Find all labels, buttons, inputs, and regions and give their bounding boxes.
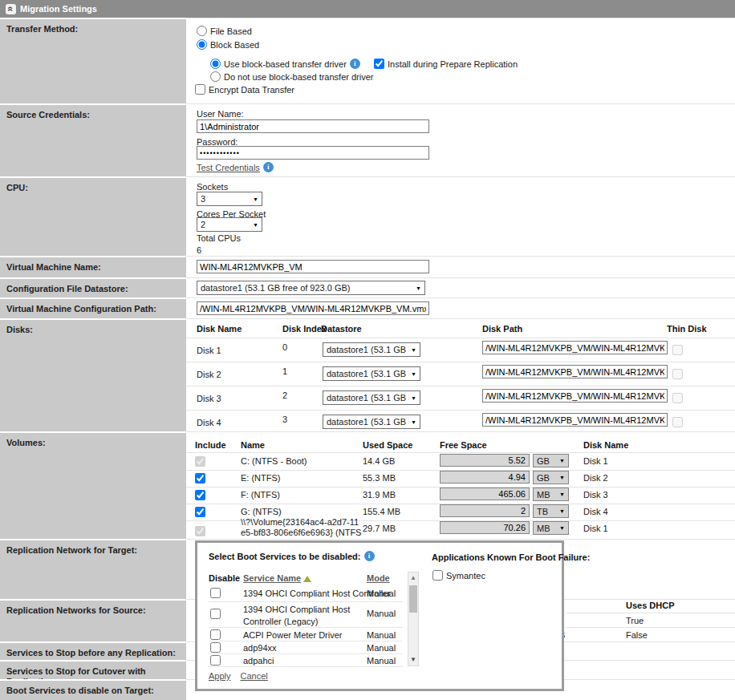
scrollbar-thumb[interactable]: [409, 585, 417, 613]
repl-network-target-label: Replication Network for Target:: [0, 539, 186, 599]
chevron-down-icon: ▼: [253, 196, 258, 202]
services-cutover-label: Services to Stop for Cutover with Replic…: [0, 660, 186, 679]
disk-name: Disk 2: [197, 370, 221, 379]
include-checkbox[interactable]: [195, 507, 205, 517]
disable-service-checkbox[interactable]: [210, 588, 221, 598]
disable-service-checkbox[interactable]: [210, 655, 221, 666]
block-based-radio[interactable]: [197, 39, 207, 50]
config-datastore-select[interactable]: datastore1 (53.1 GB free of 923.0 GB)▼: [197, 281, 425, 295]
chevron-down-icon: ▼: [559, 525, 565, 531]
use-driver-radio[interactable]: [210, 59, 221, 69]
bg-uses-dhcp-header: Uses DHCP: [626, 601, 675, 610]
volume-used: 14.4 GB: [363, 456, 395, 466]
disk-index: 2: [282, 390, 287, 400]
volumes-header-disk: Disk Name: [583, 440, 628, 450]
sockets-select[interactable]: 3▼: [197, 192, 262, 206]
use-driver-label: Use block-based transfer driver: [224, 59, 347, 69]
include-checkbox[interactable]: [195, 473, 205, 484]
free-space-input[interactable]: [440, 471, 530, 484]
volume-used: 31.9 MB: [363, 490, 396, 500]
symantec-checkbox[interactable]: [432, 570, 443, 581]
disks-header-index: Disk Index: [282, 324, 327, 334]
service-mode: Manual: [367, 656, 396, 666]
disable-service-checkbox[interactable]: [210, 629, 221, 640]
volume-disk: Disk 3: [583, 490, 608, 500]
service-mode: Manual: [367, 643, 396, 653]
username-input[interactable]: [197, 119, 429, 133]
disk-datastore-select[interactable]: datastore1 (53.1 GB▼: [323, 366, 420, 381]
repl-networks-source-label: Replication Networks for Source:: [0, 599, 186, 641]
disk-path-input[interactable]: [482, 341, 668, 354]
block-based-label: Block Based: [210, 40, 259, 50]
include-checkbox[interactable]: [195, 490, 205, 500]
chevron-down-icon: ▼: [411, 395, 416, 401]
free-space-unit-select[interactable]: GB▼: [533, 471, 569, 484]
bg-dhcp-false: False: [626, 630, 648, 640]
disk-name: Disk 4: [197, 418, 221, 427]
no-driver-radio[interactable]: [210, 71, 221, 82]
use-driver-info-icon[interactable]: i: [350, 59, 360, 69]
volume-name: E: (NTFS): [241, 473, 281, 483]
dialog-info-icon[interactable]: i: [364, 551, 375, 561]
include-checkbox: [195, 456, 205, 467]
service-name: 1394 OHCI Compliant Host Controller (Leg…: [243, 604, 365, 628]
service-name: adp94xx: [243, 643, 277, 653]
chevron-down-icon: ▼: [253, 222, 258, 228]
disk-name: Disk 3: [197, 394, 221, 403]
free-space-unit-select[interactable]: TB▼: [533, 504, 569, 518]
disk-index: 3: [282, 415, 287, 424]
collapse-icon[interactable]: «: [6, 4, 16, 14]
services-scrollbar[interactable]: ▲ ▼: [408, 572, 419, 666]
encrypt-checkbox[interactable]: [195, 84, 205, 95]
scroll-down-icon[interactable]: ▼: [408, 654, 418, 666]
disk-datastore-select[interactable]: datastore1 (53.1 GB▼: [323, 342, 420, 357]
free-space-input[interactable]: [440, 454, 530, 467]
volume-disk: Disk 1: [583, 524, 608, 533]
service-name: adpahci: [243, 656, 274, 666]
scroll-up-icon[interactable]: ▲: [408, 573, 418, 584]
vm-name-input[interactable]: [197, 260, 429, 273]
volume-used: 155.4 MB: [363, 507, 400, 516]
disk-datastore-select[interactable]: datastore1 (53.1 GB▼: [323, 390, 420, 405]
panel-header[interactable]: « Migration Settings: [0, 0, 735, 18]
free-space-unit-select[interactable]: MB▼: [533, 488, 569, 501]
test-credentials-link[interactable]: Test Credentials: [197, 163, 260, 172]
volume-name: G: (NTFS): [241, 507, 282, 516]
chevron-down-icon: ▼: [411, 347, 416, 353]
test-credentials-info-icon[interactable]: i: [263, 162, 274, 172]
disable-service-checkbox[interactable]: [210, 642, 221, 653]
volume-used: 55.3 MB: [363, 473, 396, 483]
file-based-radio[interactable]: [197, 26, 207, 36]
disk-path-input[interactable]: [482, 389, 668, 403]
disk-path-input[interactable]: [482, 365, 668, 378]
service-name: ACPI Power Meter Driver: [243, 630, 342, 640]
transfer-method-label: Transfer Method:: [0, 18, 186, 103]
service-name-column-header[interactable]: Service Name: [243, 573, 301, 583]
migration-settings-panel: « Migration Settings Transfer Method: Fi…: [0, 0, 735, 700]
services-before-label: Services to Stop before any Replication:: [0, 641, 186, 660]
free-space-input[interactable]: [440, 521, 530, 534]
mode-column-header[interactable]: Mode: [367, 573, 390, 583]
thin-disk-checkbox: [672, 393, 683, 403]
password-input[interactable]: [197, 146, 429, 160]
file-based-label: File Based: [210, 26, 252, 36]
vm-config-path-input[interactable]: [197, 301, 429, 315]
install-prepare-checkbox[interactable]: [374, 59, 384, 69]
chevron-down-icon: ▼: [559, 475, 565, 480]
apply-link[interactable]: Apply: [209, 671, 231, 681]
free-space-unit-select[interactable]: GB▼: [533, 454, 569, 467]
cores-select[interactable]: 2▼: [197, 217, 262, 232]
install-prepare-label: Install during Prepare Replication: [388, 59, 518, 69]
free-space-input[interactable]: [440, 504, 530, 517]
free-space-unit-select[interactable]: MB▼: [533, 521, 569, 535]
free-space-input[interactable]: [440, 488, 530, 500]
disk-datastore-select[interactable]: datastore1 (53.1 GB▼: [323, 415, 420, 429]
cancel-link[interactable]: Cancel: [241, 671, 268, 681]
service-mode: Manual: [367, 630, 396, 640]
disks-header-datastore: Datastore: [321, 324, 362, 334]
disk-path-input[interactable]: [482, 413, 668, 427]
disable-service-checkbox[interactable]: [210, 609, 221, 619]
thin-disk-checkbox: [672, 417, 683, 427]
symantec-label: Symantec: [446, 571, 485, 581]
panel-title: Migration Settings: [20, 4, 97, 14]
